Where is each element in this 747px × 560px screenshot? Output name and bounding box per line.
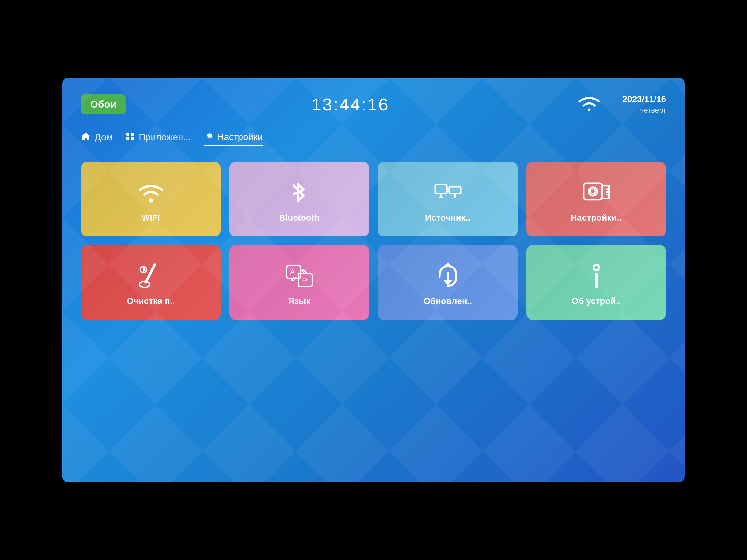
clock-display: 13:44:16 [312,94,389,114]
update-tile-icon [434,262,462,290]
about-tile-icon [582,262,610,290]
tile-about-label: Об устрой.. [572,296,621,306]
svg-marker-26 [443,262,452,267]
tile-bluetooth[interactable]: Bluetooth [229,162,369,236]
apps-icon [125,131,135,143]
svg-line-17 [146,264,155,282]
language-tile-icon: A 中 [285,262,313,290]
tile-settings-av-label: Настройки.. [571,213,622,223]
tile-update[interactable]: Обновлен.. [378,245,518,320]
settings-av-tile-icon [582,179,610,207]
source-tile-icon [434,179,462,207]
tile-wifi[interactable]: WIFI [81,162,221,236]
home-icon [81,131,91,143]
svg-text:中: 中 [301,277,308,284]
tile-settings-av[interactable]: Настройки.. [526,162,666,236]
tile-clean[interactable]: Очистка п.. [81,245,221,320]
tile-clean-label: Очистка п.. [127,296,175,306]
svg-rect-5 [435,185,447,194]
svg-rect-11 [454,194,456,198]
svg-rect-6 [449,187,461,194]
top-right-info: 2023/11/16 четверг [575,90,666,118]
svg-rect-3 [131,137,134,140]
tab-apps[interactable]: Приложен... [125,131,191,146]
main-screen: Обои 13:44:16 2023/11/16 четверг Дом [62,78,685,482]
tile-source[interactable]: Источник.. [378,162,518,236]
svg-rect-12 [583,183,602,200]
clean-tile-icon [137,262,165,290]
tile-wifi-label: WIFI [141,213,160,223]
tab-settings[interactable]: Настройки [204,131,263,146]
svg-rect-1 [131,133,134,136]
svg-rect-0 [126,133,129,136]
tab-home-label: Дом [95,132,113,142]
tile-about[interactable]: Об устрой.. [526,245,666,320]
app-grid: WIFI Bluetooth Источник.. [81,162,666,320]
tile-bluetooth-label: Bluetooth [279,213,320,223]
svg-text:A: A [290,268,295,276]
wifi-status-icon [575,90,603,118]
wallpaper-button[interactable]: Обои [81,94,126,114]
date-block: 2023/11/16 четверг [622,94,666,115]
tab-settings-label: Настройки [217,132,263,142]
svg-point-4 [149,198,153,203]
nav-tabs: Дом Приложен... Настройки [81,131,666,146]
bluetooth-tile-icon [285,179,313,207]
wifi-tile-icon [137,179,165,207]
svg-point-29 [594,265,599,270]
day-display: четверг [622,105,666,115]
settings-nav-icon [204,131,213,143]
tab-home[interactable]: Дом [81,131,113,146]
svg-rect-2 [126,137,129,140]
tile-source-label: Источник.. [425,213,470,223]
tile-language[interactable]: A 中 Язык [229,245,369,320]
svg-point-18 [139,281,150,288]
tile-update-label: Обновлен.. [423,296,472,306]
date-display: 2023/11/16 [622,94,666,105]
tab-apps-label: Приложен... [139,132,191,142]
top-bar: Обои 13:44:16 2023/11/16 четверг [81,90,666,118]
top-divider [613,95,613,113]
tile-language-label: Язык [288,296,311,306]
